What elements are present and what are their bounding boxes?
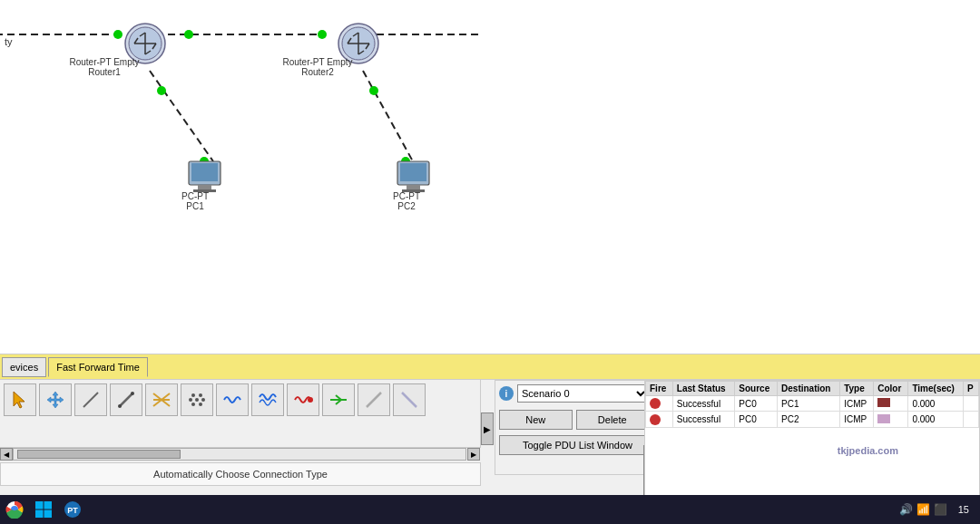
- scroll-left-arrow[interactable]: ◀: [0, 448, 13, 461]
- network-canvas[interactable]: Router-PT Empty Router1 Router-PT Empty …: [0, 0, 980, 354]
- pdu-table: Fire Last Status Source Destination Type…: [645, 381, 979, 428]
- col-type: Type: [840, 382, 874, 396]
- svg-text:Router-PT Empty: Router-PT Empty: [69, 57, 139, 67]
- svg-point-56: [191, 393, 195, 397]
- pdu-source-cell: PC0: [735, 396, 778, 412]
- svg-text:PC1: PC1: [186, 201, 204, 211]
- pdu-table-row[interactable]: SuccessfulPC0PC1ICMP0.000: [646, 396, 979, 412]
- pdu-p-cell: [963, 396, 978, 412]
- wave-tool[interactable]: [216, 383, 249, 416]
- horizontal-scrollbar[interactable]: [13, 448, 466, 461]
- svg-rect-39: [400, 163, 426, 181]
- collapse-icon[interactable]: ▶: [481, 412, 494, 445]
- taskbar: PT 🔊 📶 ⬛ 15: [0, 495, 980, 524]
- connection-type-bar: Automatically Choose Connection Type: [0, 462, 481, 486]
- col-time: Time(sec): [908, 382, 963, 396]
- col-destination: Destination: [778, 382, 840, 396]
- svg-line-46: [83, 393, 98, 407]
- svg-rect-66: [35, 501, 44, 509]
- connection-type-label: Automatically Choose Connection Type: [153, 469, 328, 480]
- fire-dot: [650, 398, 661, 409]
- svg-line-47: [120, 393, 132, 406]
- check-tool[interactable]: [322, 383, 355, 416]
- tab-fast-forward[interactable]: Fast Forward Time: [48, 357, 148, 377]
- scenario-header: i Scenario 0: [495, 381, 652, 406]
- svg-text:PC-PT: PC-PT: [181, 191, 209, 201]
- color-swatch: [877, 398, 890, 407]
- svg-text:PC-PT: PC-PT: [393, 191, 420, 201]
- svg-point-58: [191, 403, 195, 406]
- svg-rect-34: [198, 185, 211, 189]
- svg-point-55: [201, 398, 205, 402]
- svg-rect-67: [44, 501, 53, 509]
- tab-devices[interactable]: evices: [2, 357, 46, 377]
- tray-battery[interactable]: ⬛: [934, 503, 947, 516]
- svg-point-60: [308, 397, 313, 403]
- svg-rect-68: [35, 510, 44, 519]
- svg-line-9: [363, 71, 413, 161]
- fire-dot: [650, 414, 661, 425]
- col-fire: Fire: [646, 382, 673, 396]
- taskbar-right: 🔊 📶 ⬛ 15: [899, 495, 980, 524]
- svg-rect-40: [407, 185, 420, 189]
- slash-tool[interactable]: [110, 383, 142, 416]
- simple-pdu-tool[interactable]: [145, 383, 178, 416]
- pdu-status-cell: Successful: [672, 396, 735, 412]
- new-button[interactable]: New: [499, 410, 573, 430]
- svg-point-59: [199, 403, 202, 406]
- svg-point-57: [199, 393, 202, 397]
- pdu-destination-cell: PC2: [778, 412, 840, 427]
- col-last-status: Last Status: [672, 382, 735, 396]
- move-tool[interactable]: [39, 383, 72, 416]
- tray-network[interactable]: 📶: [916, 503, 930, 516]
- redwave-tool[interactable]: [287, 383, 319, 416]
- tray-volume[interactable]: 🔊: [899, 503, 913, 516]
- diag2-tool[interactable]: [393, 383, 426, 416]
- svg-line-63: [402, 393, 416, 407]
- svg-line-62: [367, 393, 381, 407]
- scroll-thumb[interactable]: [17, 450, 181, 459]
- select-tool[interactable]: [4, 383, 36, 416]
- wave2-tool[interactable]: [251, 383, 284, 416]
- svg-point-5: [318, 30, 327, 39]
- svg-line-6: [150, 71, 213, 161]
- pdu-color-cell: [874, 412, 908, 427]
- svg-rect-69: [44, 510, 53, 519]
- col-p: P: [963, 382, 978, 396]
- dots-tool[interactable]: [181, 383, 213, 416]
- watermark: tkjpedia.com: [838, 445, 898, 456]
- svg-text:ty: ty: [5, 36, 13, 47]
- pdu-time-cell: 0.000: [908, 396, 963, 412]
- pdu-table-row[interactable]: SuccessfulPC0PC2ICMP0.000: [646, 412, 979, 427]
- svg-text:Router1: Router1: [88, 67, 121, 77]
- pdu-type-cell: ICMP: [840, 412, 874, 427]
- scenario-info-icon: i: [499, 386, 514, 401]
- svg-rect-33: [191, 163, 218, 181]
- pdu-source-cell: PC0: [735, 412, 778, 427]
- scroll-right-arrow[interactable]: ▶: [467, 448, 480, 461]
- scenario-select[interactable]: Scenario 0: [517, 384, 649, 403]
- delete-button[interactable]: Delete: [576, 410, 650, 430]
- svg-point-10: [369, 86, 378, 95]
- pdu-type-cell: ICMP: [840, 396, 874, 412]
- svg-marker-45: [14, 392, 24, 408]
- line-tool[interactable]: [74, 383, 107, 416]
- svg-point-54: [195, 398, 199, 402]
- svg-point-3: [113, 30, 122, 39]
- pdu-fire-cell[interactable]: [646, 412, 673, 427]
- pdu-destination-cell: PC1: [778, 396, 840, 412]
- scenario-panel: i Scenario 0 New Delete Toggle PDU List …: [495, 380, 653, 475]
- svg-text:PT: PT: [67, 506, 78, 515]
- taskbar-chrome-icon[interactable]: [0, 495, 29, 524]
- svg-text:Router-PT Empty: Router-PT Empty: [282, 57, 352, 67]
- scenario-buttons: New Delete: [495, 406, 652, 433]
- diag-tool[interactable]: [358, 383, 390, 416]
- taskbar-cisco-icon[interactable]: PT: [58, 495, 87, 524]
- tool-row: [0, 380, 480, 420]
- color-swatch: [877, 414, 890, 423]
- pdu-fire-cell[interactable]: [646, 396, 673, 412]
- icon-toolbar: [0, 380, 481, 448]
- svg-point-53: [189, 398, 192, 402]
- toggle-pdu-button[interactable]: Toggle PDU List Window: [499, 435, 656, 455]
- taskbar-windows-icon[interactable]: [29, 495, 58, 524]
